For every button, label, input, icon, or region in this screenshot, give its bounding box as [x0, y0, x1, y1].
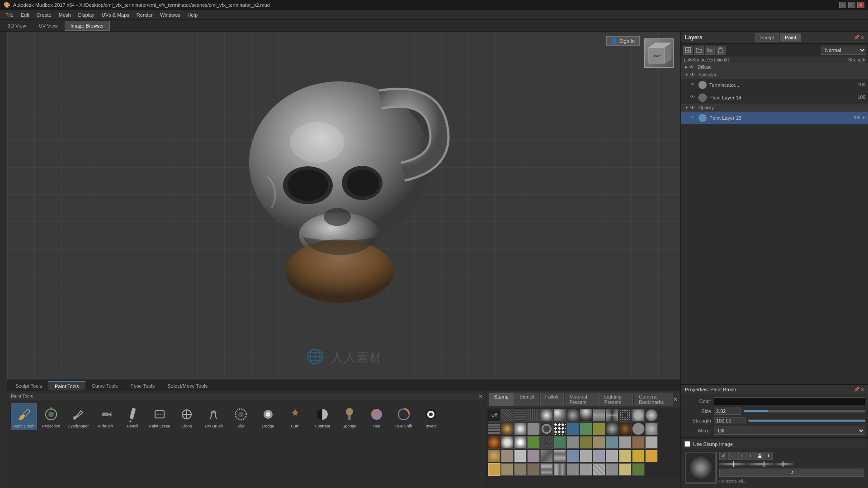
layer-item-terminator[interactable]: 👁 Termincator... 100: [681, 79, 868, 91]
tab-paint-tools[interactable]: Paint Tools: [48, 381, 85, 390]
layer-item-15[interactable]: 👁 Paint Layer 15 100 +: [681, 112, 868, 124]
stamp-item[interactable]: [488, 436, 500, 449]
tool-invert[interactable]: Invert: [418, 404, 444, 430]
strength-input[interactable]: [714, 417, 745, 424]
tool-clone[interactable]: Clone: [174, 404, 200, 430]
stamp-item[interactable]: [593, 409, 605, 422]
sign-in-button[interactable]: 👤 Sign In: [606, 36, 640, 46]
stamp-item[interactable]: [514, 422, 527, 435]
stamp-item[interactable]: [580, 436, 592, 449]
stamp-item[interactable]: [527, 463, 540, 476]
new-layer-button[interactable]: [683, 46, 693, 55]
stamp-item[interactable]: [488, 463, 500, 476]
stamp-tab-stencil[interactable]: Stencil: [514, 393, 539, 406]
stamp-off[interactable]: Off: [488, 409, 500, 422]
stamp-item[interactable]: [619, 450, 632, 462]
stamp-tab-falloff[interactable]: Falloff: [540, 393, 564, 406]
menu-mesh[interactable]: Mesh: [55, 11, 75, 19]
stamp-info-btn[interactable]: i: [746, 452, 755, 460]
stamp-item[interactable]: [632, 463, 645, 476]
stamp-item[interactable]: [566, 409, 579, 422]
layers-tab-sculpt[interactable]: Sculpt: [755, 33, 779, 42]
stamp-item[interactable]: [645, 409, 658, 422]
tool-dodge[interactable]: Dodge: [255, 404, 281, 430]
stamp-tab-camera[interactable]: Camera Bookmarks: [634, 393, 673, 406]
stamp-item[interactable]: [553, 436, 566, 449]
layer-section-specular[interactable]: ▼ 👁 Specular: [681, 71, 868, 79]
panel-close-icon[interactable]: ✕: [479, 394, 482, 399]
stamp-item[interactable]: [553, 450, 566, 462]
tool-eyedropper[interactable]: Eyedropper: [65, 404, 91, 430]
stamp-save-btn[interactable]: 💾: [755, 452, 764, 460]
stamp-item[interactable]: [553, 463, 566, 476]
stamp-item[interactable]: [606, 409, 618, 422]
stamp-item[interactable]: [501, 463, 514, 476]
stamp-item[interactable]: [619, 463, 632, 476]
tool-dry-brush[interactable]: Dry Brush: [201, 404, 227, 430]
menu-windows[interactable]: Windows: [156, 11, 184, 19]
blend-mode-dropdown[interactable]: Normal: [821, 46, 866, 55]
tool-sponge[interactable]: Sponge: [336, 404, 363, 430]
stamp-panel-close[interactable]: ✕: [673, 396, 678, 403]
delete-layer-button[interactable]: [716, 46, 726, 55]
tab-uvview[interactable]: UV View: [33, 21, 64, 31]
stamp-item[interactable]: [501, 422, 514, 435]
tab-3dview[interactable]: 3D View: [2, 21, 32, 31]
menu-help[interactable]: Help: [184, 11, 202, 19]
tab-image-browser[interactable]: Image Browser: [65, 21, 110, 31]
stamp-item[interactable]: [593, 422, 605, 435]
menu-uvs[interactable]: UVs & Maps: [98, 11, 133, 19]
stamp-reset-btn[interactable]: ↺: [719, 452, 727, 460]
tool-blur[interactable]: Blur: [228, 404, 254, 430]
stamp-item[interactable]: [553, 409, 566, 422]
stamp-item[interactable]: [527, 436, 540, 449]
stamp-item[interactable]: [566, 436, 579, 449]
tool-hue-shift[interactable]: Hue Shift: [391, 404, 417, 430]
stamp-item[interactable]: [514, 436, 527, 449]
stamp-item[interactable]: [501, 450, 514, 462]
stamp-item[interactable]: [606, 422, 618, 435]
color-swatch[interactable]: [714, 397, 865, 405]
menu-file[interactable]: File: [2, 11, 17, 19]
stamp-item[interactable]: [593, 450, 605, 462]
stamp-tab-stamp[interactable]: Stamp: [489, 393, 514, 406]
stamp-item[interactable]: [645, 422, 658, 435]
tool-hue[interactable]: Hue: [363, 404, 390, 430]
stamp-item[interactable]: [606, 463, 618, 476]
stamp-item[interactable]: [632, 409, 645, 422]
use-stamp-label[interactable]: Use Stamp Image: [693, 441, 733, 447]
stamp-item[interactable]: [632, 422, 645, 435]
stamp-item[interactable]: [580, 409, 592, 422]
folder-open-button[interactable]: [694, 46, 704, 55]
stamp-reload-btn[interactable]: ↺: [719, 469, 864, 477]
stamp-item[interactable]: [619, 409, 632, 422]
layers-tab-paint[interactable]: Paint: [780, 33, 801, 42]
menu-render[interactable]: Render: [133, 11, 156, 19]
stamp-item[interactable]: [527, 422, 540, 435]
stamp-import-btn[interactable]: ⬆: [764, 452, 773, 460]
stamp-item[interactable]: [540, 436, 553, 449]
stamp-item[interactable]: [540, 409, 553, 422]
menu-edit[interactable]: Edit: [17, 11, 33, 19]
tab-pose-tools[interactable]: Pose Tools: [124, 382, 161, 390]
stamp-item[interactable]: [514, 409, 527, 422]
stamp-item[interactable]: [606, 436, 618, 449]
stamp-item[interactable]: [645, 450, 658, 462]
tab-select-move-tools[interactable]: Select/Move Tools: [161, 382, 214, 390]
stamp-item[interactable]: [580, 463, 592, 476]
stamp-item[interactable]: [553, 422, 566, 435]
tool-contrast[interactable]: Contrast: [309, 404, 335, 430]
stamp-item[interactable]: [566, 422, 579, 435]
stamp-tab-lighting[interactable]: Lighting Presets: [599, 393, 633, 406]
layer-add-icon[interactable]: +: [862, 115, 865, 121]
strength-slider[interactable]: [748, 419, 865, 422]
stamp-flip-v-btn[interactable]: ↕: [737, 452, 745, 460]
viewport[interactable]: TOP 👤 Sign In 🌐 人人素材: [7, 32, 680, 380]
stamp-item[interactable]: [514, 463, 527, 476]
layer-section-opacity[interactable]: ▼ 👁 Opacity: [681, 104, 868, 112]
tool-burn[interactable]: Burn: [282, 404, 308, 430]
folder-button[interactable]: [705, 46, 715, 55]
tool-paint-erase[interactable]: Paint Erase: [146, 404, 173, 430]
stamp-item[interactable]: [501, 409, 514, 422]
stamp-item[interactable]: [514, 450, 527, 462]
